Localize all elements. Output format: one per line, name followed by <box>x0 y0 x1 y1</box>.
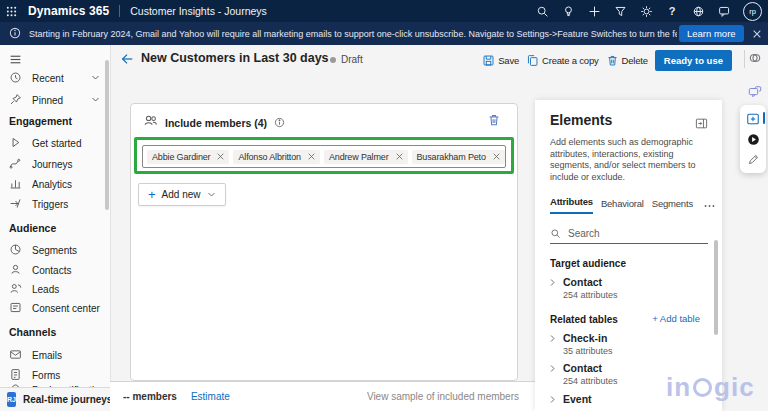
remove-member-icon[interactable] <box>396 153 403 160</box>
member-chip[interactable]: Busarakham Peto <box>412 150 505 164</box>
site-map-sidebar: Recent Pinned Engagement Get started Jou… <box>0 45 111 411</box>
user-avatar[interactable]: rp <box>743 2 762 21</box>
search-input[interactable] <box>566 227 690 240</box>
info-icon[interactable] <box>274 114 285 132</box>
table-detail: 254 attributes <box>563 376 618 386</box>
feedback-chat-icon[interactable] <box>748 85 762 99</box>
pin-icon <box>9 93 22 108</box>
remove-member-icon[interactable] <box>308 153 315 160</box>
sidebar-item-leads[interactable]: Leads <box>0 280 110 298</box>
sidebar-item-journeys[interactable]: Journeys <box>0 155 110 173</box>
help-icon[interactable]: ? <box>665 4 679 18</box>
include-members-header: Include members (4) <box>143 113 285 132</box>
journey-route-icon <box>9 157 22 172</box>
related-table-contact-row[interactable]: Contact 254 attributes <box>548 362 618 386</box>
estimate-link[interactable]: Estimate <box>191 391 230 402</box>
segment-canvas-card: Include members (4) Abbie Gardiner Alfon… <box>130 103 518 381</box>
sidebar-item-label: Analytics <box>32 179 72 190</box>
sidebar-item-recent[interactable]: Recent <box>0 69 110 87</box>
people-icon <box>143 113 158 132</box>
table-name: Event <box>563 393 592 405</box>
globe-icon[interactable] <box>691 4 705 18</box>
tab-attributes[interactable]: Attributes <box>550 196 593 214</box>
toolbar-selection-indicator <box>763 112 765 124</box>
edit-pencil-icon[interactable] <box>747 153 760 166</box>
add-new-button[interactable]: + Add new <box>138 183 226 206</box>
elements-search-box[interactable] <box>550 224 708 244</box>
sidebar-item-label: Pinned <box>32 95 63 106</box>
search-icon[interactable] <box>535 4 549 18</box>
sidebar-scrollbar[interactable] <box>105 60 109 210</box>
member-chip[interactable]: Andrew Palmer <box>324 150 408 164</box>
member-name: Abbie Gardiner <box>152 152 210 162</box>
related-table-checkin-row[interactable]: Check-in 35 attributes <box>548 332 613 356</box>
plus-icon: + <box>148 190 156 200</box>
sidebar-item-segments[interactable]: Segments <box>0 241 110 259</box>
new-record-plus-icon[interactable] <box>587 4 601 18</box>
collapse-panel-icon[interactable] <box>695 115 708 133</box>
app-launcher-waffle-icon[interactable] <box>0 0 22 22</box>
sidebar-item-pinned[interactable]: Pinned <box>0 91 110 109</box>
tabs-overflow-icon[interactable] <box>704 204 715 214</box>
delete-label: Delete <box>622 55 648 66</box>
search-icon <box>550 228 561 239</box>
table-name: Check-in <box>563 332 613 344</box>
sidebar-item-label: Recent <box>32 73 64 84</box>
notification-message: Starting in February 2024, Gmail and Yah… <box>29 29 677 39</box>
app-name[interactable]: Customer Insights - Journeys <box>130 5 267 17</box>
lead-person-icon <box>9 282 22 297</box>
member-name: Alfonso Albritton <box>238 152 301 162</box>
elements-panel-tabs: Attributes Behavioral Segments <box>550 196 715 214</box>
tab-behavioral[interactable]: Behavioral <box>601 198 644 214</box>
sidebar-item-get-started[interactable]: Get started <box>0 134 110 152</box>
member-chip[interactable]: Alfonso Albritton <box>233 150 320 164</box>
top-nav-bar: Dynamics 365 Customer Insights - Journey… <box>0 0 768 22</box>
bar-chart-icon <box>9 177 22 192</box>
header-divider <box>744 50 745 68</box>
delete-button[interactable]: Delete <box>606 54 648 67</box>
member-count: -- members <box>123 391 177 402</box>
view-sample-link[interactable]: View sample of included members <box>367 391 519 402</box>
teams-chat-icon[interactable] <box>717 4 731 18</box>
remove-member-icon[interactable] <box>217 153 224 160</box>
add-table-link[interactable]: + Add table <box>652 313 700 324</box>
save-button[interactable]: Save <box>482 54 519 67</box>
filter-icon[interactable] <box>613 4 627 18</box>
add-new-label: Add new <box>162 189 201 200</box>
learn-more-button[interactable]: Learn more <box>679 25 744 42</box>
related-table-event-row[interactable]: Event <box>548 393 592 405</box>
member-chip[interactable]: Abbie Gardiner <box>147 150 229 164</box>
lightbulb-icon[interactable] <box>561 4 575 18</box>
remove-member-icon[interactable] <box>493 153 500 160</box>
create-copy-button[interactable]: Create a copy <box>526 54 599 67</box>
sidebar-item-emails[interactable]: Emails <box>0 346 110 364</box>
sidebar-item-contacts[interactable]: Contacts <box>0 261 110 279</box>
delete-tile-trash-icon[interactable] <box>487 113 501 131</box>
notification-bar: Starting in February 2024, Gmail and Yah… <box>0 22 768 45</box>
hamburger-menu-icon[interactable] <box>0 50 110 68</box>
close-notification-icon[interactable] <box>752 29 762 39</box>
sidebar-item-consent-center[interactable]: Consent center <box>0 299 110 317</box>
brand-title[interactable]: Dynamics 365 <box>28 4 109 18</box>
sidebar-item-triggers[interactable]: Triggers <box>0 195 110 213</box>
copilot-circles-icon[interactable] <box>748 51 762 65</box>
settings-gear-icon[interactable] <box>639 4 653 18</box>
chevron-down-icon[interactable] <box>91 95 100 106</box>
members-input-field[interactable]: Abbie Gardiner Alfonso Albritton Andrew … <box>142 145 506 168</box>
tab-segments[interactable]: Segments <box>652 198 693 214</box>
chevron-down-icon <box>207 190 216 199</box>
area-switcher[interactable]: RJ Real-time journeys <box>0 387 110 411</box>
back-arrow-icon[interactable] <box>120 52 134 70</box>
run-circle-icon[interactable] <box>747 133 760 146</box>
sidebar-section-audience: Audience <box>9 222 56 234</box>
chevron-down-icon[interactable] <box>91 73 100 84</box>
toolbox-panel-icon[interactable] <box>746 112 760 126</box>
panel-scrollbar[interactable] <box>714 240 718 335</box>
table-detail: 254 attributes <box>563 290 618 300</box>
member-name: Busarakham Peto <box>417 152 486 162</box>
status-label: Draft <box>341 54 363 65</box>
sidebar-item-analytics[interactable]: Analytics <box>0 175 110 193</box>
target-audience-contact-row[interactable]: Contact 254 attributes <box>548 276 618 300</box>
ready-to-use-button[interactable]: Ready to use <box>655 50 732 71</box>
chevron-right-icon <box>548 395 557 404</box>
